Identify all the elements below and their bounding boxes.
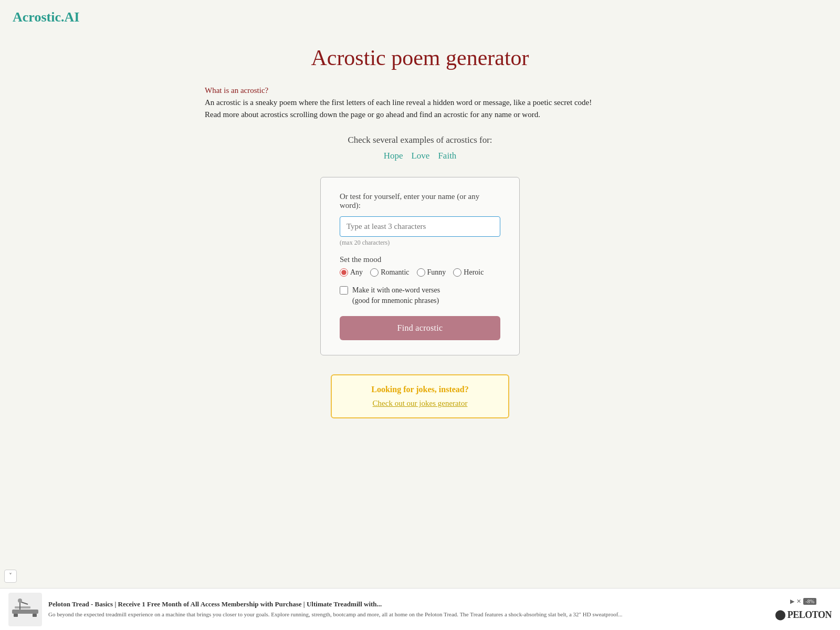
mood-radio-heroic[interactable] xyxy=(453,268,461,277)
ad-logo-section: ▶ ✕ -8% ⬤ PELOTON xyxy=(775,598,832,621)
ad-image xyxy=(8,593,42,626)
mood-title: Set the mood xyxy=(340,255,500,264)
page-title: Acrostic poem generator xyxy=(205,45,635,70)
mood-label-heroic: Heroic xyxy=(464,268,484,277)
header: Acrostic.AI xyxy=(0,0,840,35)
main-content: Acrostic poem generator What is an acros… xyxy=(184,35,656,460)
examples-label: Check several examples of acrostics for: xyxy=(205,135,635,145)
form-card-label: Or test for yourself, enter your name (o… xyxy=(340,192,500,210)
mood-option-romantic[interactable]: Romantic xyxy=(370,268,409,277)
intro-section: What is an acrostic? An acrostic is a sn… xyxy=(205,86,635,119)
peloton-logo-text: PELOTON xyxy=(788,610,832,620)
name-input[interactable] xyxy=(340,216,500,237)
ad-section: Peloton Tread - Basics | Receive 1 Free … xyxy=(0,588,840,630)
svg-point-4 xyxy=(18,598,22,603)
ad-close-icon[interactable]: ✕ xyxy=(796,598,801,605)
mood-option-heroic[interactable]: Heroic xyxy=(453,268,484,277)
mood-radio-romantic[interactable] xyxy=(370,268,379,277)
max-chars-note: (max 20 characters) xyxy=(340,239,500,247)
svg-rect-1 xyxy=(15,606,30,608)
scroll-button[interactable]: ˅ xyxy=(4,570,17,583)
jokes-link[interactable]: Check out our jokes generator xyxy=(373,399,468,407)
treadmill-icon xyxy=(9,594,41,625)
intro-question: What is an acrostic? xyxy=(205,86,635,95)
checkbox-line2: (good for mnemonic phrases) xyxy=(352,297,439,304)
intro-line2: Read more about acrostics scrolling down… xyxy=(205,110,635,119)
examples-links: Hope Love Faith xyxy=(205,151,635,161)
checkbox-label-text: Make it with one-word verses (good for m… xyxy=(352,285,440,306)
examples-section: Check several examples of acrostics for:… xyxy=(205,135,635,161)
svg-rect-0 xyxy=(12,610,38,614)
ad-badge: -8% xyxy=(803,598,816,605)
svg-rect-5 xyxy=(14,614,18,617)
ad-play-icon[interactable]: ▶ xyxy=(790,598,794,605)
logo[interactable]: Acrostic.AI xyxy=(13,9,79,25)
example-link-hope[interactable]: Hope xyxy=(384,151,403,161)
ad-text-block: Peloton Tread - Basics | Receive 1 Free … xyxy=(42,600,775,619)
mood-option-funny[interactable]: Funny xyxy=(417,268,446,277)
checkbox-line1: Make it with one-word verses xyxy=(352,286,440,294)
mood-options: Any Romantic Funny Heroic xyxy=(340,268,500,277)
mood-option-any[interactable]: Any xyxy=(340,268,363,277)
mood-label-funny: Funny xyxy=(427,268,446,277)
mood-section: Set the mood Any Romantic Funny Heroic xyxy=(340,255,500,277)
jokes-banner: Looking for jokes, instead? Check out ou… xyxy=(331,374,509,418)
intro-line1: An acrostic is a sneaky poem where the f… xyxy=(205,98,635,107)
jokes-title: Looking for jokes, instead? xyxy=(342,385,498,394)
ad-title: Peloton Tread - Basics | Receive 1 Free … xyxy=(48,600,769,609)
one-word-verses-checkbox[interactable] xyxy=(340,286,348,295)
svg-rect-6 xyxy=(33,614,37,617)
form-card: Or test for yourself, enter your name (o… xyxy=(320,177,520,355)
example-link-faith[interactable]: Faith xyxy=(438,151,456,161)
peloton-logo: ⬤ PELOTON xyxy=(775,609,832,621)
find-acrostic-button[interactable]: Find acrostic xyxy=(340,316,500,340)
one-word-verses-checkbox-label[interactable]: Make it with one-word verses (good for m… xyxy=(340,285,500,306)
mood-radio-any[interactable] xyxy=(340,268,348,277)
ad-description: Go beyond the expected treadmill experie… xyxy=(48,611,769,618)
mood-label-romantic: Romantic xyxy=(381,268,409,277)
ad-controls: ▶ ✕ -8% xyxy=(790,598,816,605)
mood-radio-funny[interactable] xyxy=(417,268,425,277)
mood-label-any: Any xyxy=(350,268,363,277)
example-link-love[interactable]: Love xyxy=(411,151,429,161)
